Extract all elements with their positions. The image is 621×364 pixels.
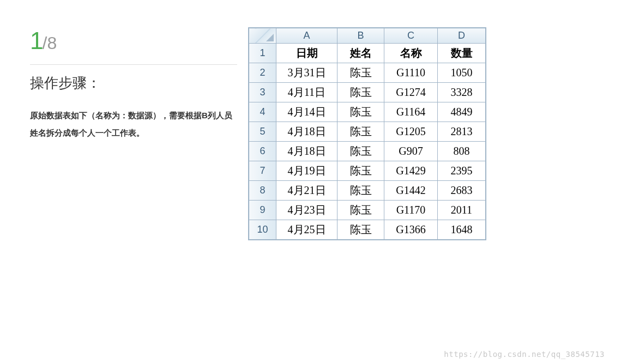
description-text: 原始数据表如下（名称为：数据源），需要根据B列人员姓名拆分成每个人一个工作表。 <box>30 107 237 141</box>
data-cell: 陈玉 <box>337 63 384 83</box>
data-cell: G1274 <box>384 83 438 102</box>
table-row: 5 4月18日 陈玉 G1205 2813 <box>249 122 486 142</box>
data-cell: 808 <box>438 142 486 161</box>
row-header: 4 <box>249 102 276 122</box>
data-cell: 2683 <box>438 181 486 201</box>
data-cell: G1164 <box>384 102 438 122</box>
data-cell: 陈玉 <box>337 142 384 161</box>
row-header: 2 <box>249 63 276 83</box>
row-header: 9 <box>249 201 276 220</box>
data-cell: 陈玉 <box>337 122 384 142</box>
page-container: 1/8 操作步骤： 原始数据表如下（名称为：数据源），需要根据B列人员姓名拆分成… <box>0 0 621 242</box>
data-cell: 4月23日 <box>276 201 337 220</box>
data-cell: 4月18日 <box>276 142 337 161</box>
row-header: 10 <box>249 220 276 240</box>
data-cell: 4月19日 <box>276 161 337 181</box>
excel-table: A B C D 1 日期 姓名 名称 数量 2 3月31日 陈玉 G1110 <box>249 28 486 240</box>
table-row: 10 4月25日 陈玉 G1366 1648 <box>249 220 486 240</box>
row-header: 6 <box>249 142 276 161</box>
table-row: 6 4月18日 陈玉 G907 808 <box>249 142 486 161</box>
data-cell: 4月18日 <box>276 122 337 142</box>
excel-screenshot: A B C D 1 日期 姓名 名称 数量 2 3月31日 陈玉 G1110 <box>248 27 486 240</box>
data-cell: 陈玉 <box>337 201 384 220</box>
header-cell: 名称 <box>384 44 438 63</box>
row-header: 3 <box>249 83 276 102</box>
column-header-row: A B C D <box>249 28 486 44</box>
data-cell: 2813 <box>438 122 486 142</box>
data-cell: 4月21日 <box>276 181 337 201</box>
table-row: 7 4月19日 陈玉 G1429 2395 <box>249 161 486 181</box>
data-cell: G1442 <box>384 181 438 201</box>
row-header: 7 <box>249 161 276 181</box>
table-row: 9 4月23日 陈玉 G1170 2011 <box>249 201 486 220</box>
data-cell: 3月31日 <box>276 63 337 83</box>
step-current: 1 <box>30 27 42 54</box>
header-cell: 日期 <box>276 44 337 63</box>
table-row: 3 4月11日 陈玉 G1274 3328 <box>249 83 486 102</box>
section-title: 操作步骤： <box>30 74 237 93</box>
data-cell: 2011 <box>438 201 486 220</box>
table-row: 2 3月31日 陈玉 G1110 1050 <box>249 63 486 83</box>
row-header: 1 <box>249 44 276 63</box>
left-panel: 1/8 操作步骤： 原始数据表如下（名称为：数据源），需要根据B列人员姓名拆分成… <box>30 27 237 242</box>
col-header-d: D <box>438 28 486 44</box>
header-cell: 姓名 <box>337 44 384 63</box>
data-cell: G1110 <box>384 63 438 83</box>
step-counter: 1/8 <box>30 27 237 54</box>
watermark-text: https://blog.csdn.net/qq_38545713 <box>444 350 605 359</box>
data-cell: 3328 <box>438 83 486 102</box>
table-row: 1 日期 姓名 名称 数量 <box>249 44 486 63</box>
data-cell: 陈玉 <box>337 83 384 102</box>
data-cell: 陈玉 <box>337 161 384 181</box>
data-cell: 陈玉 <box>337 220 384 240</box>
row-header: 8 <box>249 181 276 201</box>
data-cell: 1648 <box>438 220 486 240</box>
data-cell: 1050 <box>438 63 486 83</box>
col-header-b: B <box>337 28 384 44</box>
data-cell: 2395 <box>438 161 486 181</box>
data-cell: G907 <box>384 142 438 161</box>
data-cell: 陈玉 <box>337 102 384 122</box>
data-cell: 陈玉 <box>337 181 384 201</box>
right-panel: A B C D 1 日期 姓名 名称 数量 2 3月31日 陈玉 G1110 <box>237 27 621 242</box>
data-cell: 4月11日 <box>276 83 337 102</box>
col-header-c: C <box>384 28 438 44</box>
data-cell: G1429 <box>384 161 438 181</box>
table-row: 8 4月21日 陈玉 G1442 2683 <box>249 181 486 201</box>
data-cell: G1170 <box>384 201 438 220</box>
data-cell: 4849 <box>438 102 486 122</box>
data-cell: 4月25日 <box>276 220 337 240</box>
data-cell: G1366 <box>384 220 438 240</box>
header-cell: 数量 <box>438 44 486 63</box>
table-row: 4 4月14日 陈玉 G1164 4849 <box>249 102 486 122</box>
row-header: 5 <box>249 122 276 142</box>
step-total: /8 <box>42 33 57 53</box>
data-cell: G1205 <box>384 122 438 142</box>
col-header-a: A <box>276 28 337 44</box>
data-cell: 4月14日 <box>276 102 337 122</box>
divider <box>30 64 237 65</box>
select-all-corner <box>249 28 276 44</box>
